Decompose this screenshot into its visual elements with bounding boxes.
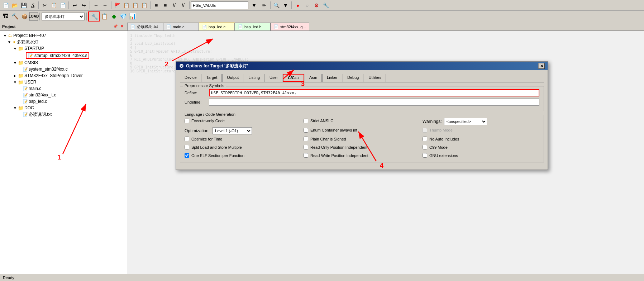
run-btn[interactable]: ○ (303, 1, 311, 10)
batch-build-btn[interactable]: 📦 (20, 12, 29, 21)
read-write-pos-cb[interactable] (304, 153, 308, 158)
undo-btn[interactable]: ↩ (71, 1, 79, 10)
pack-installer-btn[interactable]: 💎 (119, 12, 128, 21)
tree-root[interactable]: ▼ 🗂 Project: BH-F407 (1, 32, 125, 39)
indent-btn[interactable]: ≡ (152, 1, 161, 10)
dialog-tab-utilities[interactable]: Utilities (364, 74, 386, 82)
tree-readme-txt[interactable]: 📝 必读说明.txt (1, 111, 125, 118)
pin-btn[interactable]: 📌 (113, 24, 118, 29)
tree-cmsis-folder[interactable]: ▼ 📁 CMSIS (1, 59, 125, 66)
tree-system-file[interactable]: 📝 system_stm32f4xx.c (1, 66, 125, 72)
define-input[interactable] (209, 89, 539, 96)
outdent-btn[interactable]: ≡ (161, 1, 170, 10)
startup-file-item[interactable]: 📝 startup_stm32f429_439xx.s (26, 52, 89, 59)
config-btn[interactable]: 🔧 (321, 1, 330, 10)
tab-stm32[interactable]: 📄 stm32f4xx_g... (271, 23, 309, 30)
comment-btn[interactable]: // (170, 1, 178, 10)
no-auto-includes-cb[interactable] (423, 137, 427, 141)
open-btn[interactable]: 📂 (10, 1, 19, 10)
dialog-tab-linker[interactable]: Linker (322, 74, 342, 82)
plain-char-label: Plain Char is Signed (310, 137, 346, 141)
build-target-btn[interactable]: 🏗 (1, 12, 10, 21)
search-dropdown-btn[interactable]: ▼ (281, 1, 290, 10)
strict-ansi-cb[interactable] (304, 119, 308, 123)
save-btn[interactable]: 💾 (19, 1, 28, 10)
bookmark3-btn[interactable]: 📋 (131, 1, 139, 10)
execute-only-cb[interactable] (185, 119, 189, 123)
tab-readme[interactable]: 📄 必读说明.txt (127, 23, 163, 30)
file-extensions-btn[interactable]: 📋 (100, 12, 109, 21)
doc-folder-icon: 📁 (18, 105, 24, 111)
dialog-tab-bar: Device Target Output Listing User C/C++ … (180, 74, 544, 82)
paste-btn[interactable]: 📄 (58, 1, 67, 10)
tree-stdperiph-folder[interactable]: ► 📁 STM32F4xx_StdPeriph_Driver (1, 72, 125, 79)
tree-main-c[interactable]: 📝 main.c (1, 85, 125, 92)
toolbar2: 🏗 🔨 📦 LOAD 多彩流水灯 🔧 📋 ◆ 💎 📊 (0, 11, 644, 22)
forward-btn[interactable]: → (101, 1, 109, 10)
warnings-select[interactable]: <unspecified> (444, 118, 487, 125)
dialog-tab-device[interactable]: Device (180, 74, 201, 82)
split-load-cb[interactable] (185, 145, 189, 149)
tree-bsp-led-c[interactable]: 📝 bsp_led.c (1, 98, 125, 105)
load-btn[interactable]: LOAD (29, 12, 38, 21)
tab-label-readme: 必读说明.txt (137, 24, 158, 29)
save-all-btn[interactable]: 🖨 (28, 1, 37, 10)
tree-target[interactable]: ▼ ✦ 多彩流水灯 (1, 39, 125, 45)
copy-btn[interactable]: 📋 (49, 1, 58, 10)
debug-btn[interactable]: ⚙ (312, 1, 321, 10)
tree-doc-folder[interactable]: ▼ 📁 DOC (1, 105, 125, 111)
target-select[interactable]: 多彩流水灯 (42, 13, 85, 20)
search-btn[interactable]: 🔍 (272, 1, 281, 10)
main-c-icon: 📝 (23, 86, 28, 91)
target-icon: ✦ (12, 39, 16, 45)
thumb-mode-cb[interactable] (423, 128, 427, 133)
new-btn[interactable]: 📄 (1, 1, 10, 10)
hse-edit-btn[interactable]: ✏ (260, 1, 268, 10)
tab-bsp-led-c[interactable]: 📄 bsp_led.c (199, 23, 235, 30)
expand-stdperiph: ► (13, 74, 17, 78)
opt-time-cb[interactable] (185, 137, 189, 141)
cut-btn[interactable]: ✂ (40, 1, 49, 10)
event-recorder-btn[interactable]: 📊 (128, 12, 137, 21)
bookmark-btn[interactable]: 🚩 (113, 1, 121, 10)
bookmark2-btn[interactable]: 📋 (122, 1, 130, 10)
manage-components-btn[interactable]: ◆ (110, 12, 118, 21)
dialog-tab-debug[interactable]: Debug (343, 74, 363, 82)
gnu-extensions-cb[interactable] (423, 153, 427, 158)
tab-bsp-led-h[interactable]: 📄 bsp_led.h (235, 23, 271, 30)
tree-stm32-it[interactable]: 📝 stm32f4xx_it.c (1, 92, 125, 98)
close-panel-btn[interactable]: ✕ (119, 24, 125, 29)
dialog-tab-asm[interactable]: Asm (305, 74, 322, 82)
optimization-row: Optimization: Level 1 (-O1) Level 0 (-O0… (185, 127, 301, 134)
c99-mode-cb[interactable] (423, 145, 427, 149)
redo-btn[interactable]: ↪ (80, 1, 88, 10)
enum-container-cb[interactable] (304, 128, 308, 133)
rebuild-btn[interactable]: 🔨 (11, 12, 19, 21)
tab-icon-bsp-led-c: 📄 (202, 25, 207, 29)
plain-char-cb[interactable] (304, 137, 308, 141)
code-gen-row5: One ELF Section per Function Read-Write … (185, 153, 539, 159)
dialog-close-btn[interactable]: ✕ (538, 63, 545, 69)
dialog-tab-output[interactable]: Output (222, 74, 243, 82)
optimization-select[interactable]: Level 1 (-O1) Level 0 (-O0) Level 2 (-O2… (213, 127, 252, 134)
dialog-tab-user[interactable]: User (265, 74, 282, 82)
tree-user-folder[interactable]: ▼ 📁 USER (1, 79, 125, 85)
tree-startup-folder[interactable]: ▼ 📁 STARTUP (1, 45, 125, 52)
no-auto-includes-label: No Auto Includes (429, 137, 459, 141)
run-stop-btn[interactable]: ● (294, 1, 302, 10)
dialog-tab-target[interactable]: Target (202, 74, 222, 82)
bookmark4-btn[interactable]: 📋 (140, 1, 148, 10)
one-elf-row: One ELF Section per Function (185, 153, 301, 158)
dialog-titlebar: ⚙ Options for Target '多彩流水灯' ✕ (176, 62, 548, 70)
tab-main[interactable]: 📄 main.c (163, 23, 199, 30)
hse-dropdown-btn[interactable]: ▼ (250, 1, 258, 10)
options-for-target-btn[interactable]: 🔧 (88, 11, 100, 22)
back-btn[interactable]: ← (92, 1, 100, 10)
undefine-input[interactable] (209, 99, 539, 106)
uncomment-btn[interactable]: // (179, 1, 187, 10)
dialog-tab-listing[interactable]: Listing (244, 74, 264, 82)
dialog-tab-cpp[interactable]: C/C++ (283, 74, 304, 82)
one-elf-cb[interactable] (185, 153, 189, 158)
read-only-pos-cb[interactable] (304, 145, 308, 149)
hse-value-input[interactable]: HSE_VALUE (191, 1, 248, 9)
